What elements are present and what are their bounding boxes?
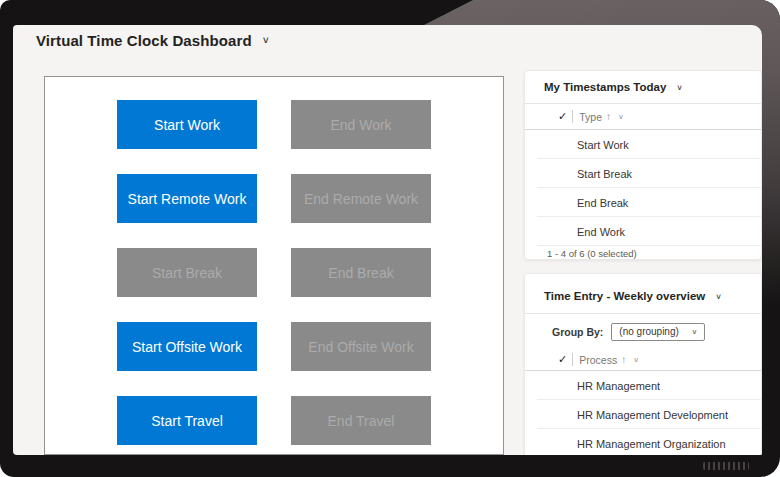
- column-separator: [572, 353, 573, 366]
- record-count-status: 1 - 4 of 6 (0 selected): [525, 246, 761, 260]
- sort-ascending-icon[interactable]: ↑: [621, 355, 626, 365]
- clock-button-grid: Start Work End Work Start Remote Work En…: [117, 100, 431, 445]
- weekly-overview-title: Time Entry - Weekly overview: [544, 290, 705, 302]
- speaker-grille: [703, 462, 749, 470]
- chevron-down-icon[interactable]: ∨: [715, 291, 722, 300]
- end-work-button[interactable]: End Work: [291, 100, 431, 149]
- type-column-label[interactable]: Type: [579, 111, 602, 123]
- chevron-down-icon[interactable]: ∨: [633, 356, 639, 364]
- process-row[interactable]: HR Management Development: [525, 400, 761, 429]
- chevron-down-icon[interactable]: ∨: [618, 113, 624, 121]
- page-title: Virtual Time Clock Dashboard: [36, 32, 252, 49]
- start-break-button[interactable]: Start Break: [117, 248, 257, 297]
- end-remote-work-button[interactable]: End Remote Work: [291, 174, 431, 223]
- my-timestamps-title: My Timestamps Today: [544, 81, 666, 93]
- group-by-value: (no grouping): [619, 326, 678, 337]
- start-offsite-work-button[interactable]: Start Offsite Work: [117, 322, 257, 371]
- device-frame: Virtual Time Clock Dashboard ∨ Start Wor…: [0, 0, 780, 477]
- check-icon[interactable]: ✓: [558, 354, 567, 365]
- app-screen: Virtual Time Clock Dashboard ∨ Start Wor…: [13, 25, 762, 455]
- group-by-select[interactable]: (no grouping) ∨: [611, 323, 705, 341]
- weekly-column-header[interactable]: ✓ Process ↑ ∨: [525, 349, 761, 371]
- time-clock-panel: Start Work End Work Start Remote Work En…: [44, 76, 504, 455]
- timestamp-row[interactable]: End Break: [525, 188, 761, 217]
- page-title-row[interactable]: Virtual Time Clock Dashboard ∨: [36, 32, 270, 49]
- process-row[interactable]: HR Management: [525, 371, 761, 400]
- chevron-down-icon[interactable]: ∨: [262, 35, 270, 46]
- start-travel-button[interactable]: Start Travel: [117, 396, 257, 445]
- process-row[interactable]: HR Management Organization: [525, 429, 761, 455]
- group-by-row: Group By: (no grouping) ∨: [525, 314, 761, 349]
- process-column-label[interactable]: Process: [579, 354, 617, 366]
- check-icon[interactable]: ✓: [558, 111, 567, 122]
- chevron-down-icon: ∨: [691, 328, 697, 336]
- timestamp-row[interactable]: Start Work: [525, 130, 761, 159]
- timestamp-row[interactable]: Start Break: [525, 159, 761, 188]
- end-break-button[interactable]: End Break: [291, 248, 431, 297]
- timestamp-row[interactable]: End Work: [525, 217, 761, 246]
- start-work-button[interactable]: Start Work: [117, 100, 257, 149]
- group-by-label: Group By:: [552, 326, 603, 338]
- column-separator: [572, 110, 573, 123]
- end-travel-button[interactable]: End Travel: [291, 396, 431, 445]
- my-timestamps-header[interactable]: My Timestamps Today ∨: [525, 71, 761, 104]
- weekly-overview-header[interactable]: Time Entry - Weekly overview ∨: [525, 274, 761, 314]
- weekly-overview-card: Time Entry - Weekly overview ∨ Group By:…: [524, 273, 762, 455]
- chevron-down-icon[interactable]: ∨: [676, 83, 683, 92]
- sort-ascending-icon[interactable]: ↑: [606, 112, 611, 122]
- timestamps-column-header[interactable]: ✓ Type ↑ ∨: [525, 104, 761, 130]
- end-offsite-work-button[interactable]: End Offsite Work: [291, 322, 431, 371]
- my-timestamps-card: My Timestamps Today ∨ ✓ Type ↑ ∨ Start W…: [524, 70, 762, 260]
- start-remote-work-button[interactable]: Start Remote Work: [117, 174, 257, 223]
